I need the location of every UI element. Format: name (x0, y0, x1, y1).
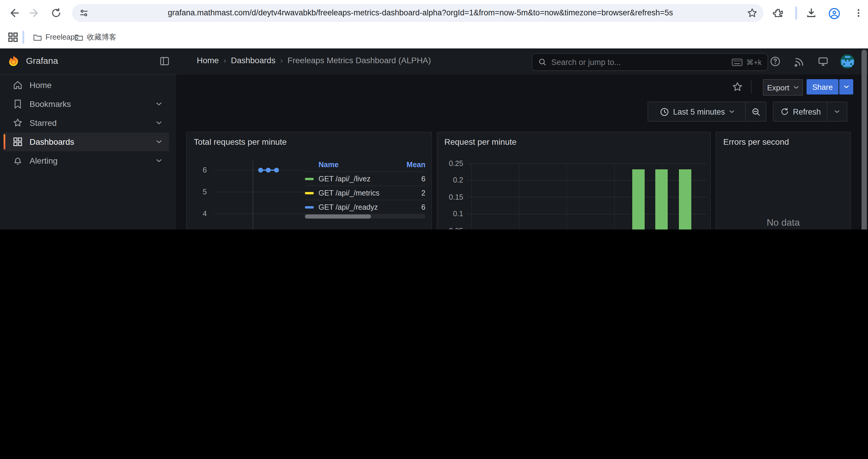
active-accent-bar (4, 134, 5, 150)
search-icon (538, 58, 547, 66)
legend-table: NameMeanGET /api/_/livez6GET /api/_/metr… (305, 158, 426, 215)
sidebar-item-home[interactable]: Home (4, 76, 169, 95)
user-avatar[interactable] (840, 54, 855, 68)
sidebar-collapse-icon[interactable] (159, 56, 169, 66)
bookmark-label: Freeleaps (45, 33, 78, 41)
bookmark-icon (13, 99, 23, 109)
help-icon[interactable] (770, 56, 780, 67)
url-bar[interactable]: grafana.mathmast.com/d/deytv4rwavabkb/fr… (72, 4, 764, 22)
sidebar-item-bookmarks[interactable]: Bookmarks (4, 95, 169, 113)
bar[interactable] (655, 169, 668, 230)
legend-scrollbar-thumb[interactable] (305, 215, 371, 219)
sidebar-nav: HomeBookmarksStarredDashboardsAlerting (0, 74, 176, 174)
favorite-star-icon[interactable] (732, 81, 743, 92)
legend-header-value[interactable]: Mean (402, 161, 426, 169)
panel-request-per-minute[interactable]: Request per minute 0.250.20.150.10.05017… (437, 132, 711, 230)
y-axis-tick: 0.1 (440, 210, 463, 218)
sidebar-item-label: Starred (30, 118, 156, 128)
panel-errors-per-second[interactable]: Errors per second No data (716, 132, 851, 230)
series-name: GET /api/_/readyz (318, 203, 402, 211)
sidebar-header: Grafana (0, 48, 176, 75)
sidebar-item-alerting[interactable]: Alerting (4, 151, 169, 170)
star-icon (13, 118, 23, 128)
share-button[interactable]: Share (807, 79, 838, 95)
refresh-button[interactable]: Refresh (773, 102, 829, 122)
series-color-pill (305, 192, 314, 194)
share-dropdown-button[interactable] (839, 79, 853, 95)
legend-header-row: NameMean (305, 158, 426, 172)
bookmark-label: 收藏博客 (87, 32, 116, 42)
panel-total-requests-per-minute[interactable]: Total requests per minute 6543217:40Name… (186, 132, 432, 230)
y-axis-tick: 0.2 (440, 176, 463, 185)
extensions-icon[interactable] (773, 8, 783, 18)
home-icon (13, 80, 23, 90)
sidebar-item-label: Home (30, 80, 169, 90)
series-color-pill (305, 206, 314, 208)
y-axis-tick: 0.25 (440, 160, 463, 168)
chevron-down-icon (156, 159, 162, 162)
chevron-down-icon (156, 140, 162, 143)
profile-icon[interactable] (829, 8, 839, 18)
bookmarks-bar: Freeleaps 收藏博客 (0, 26, 868, 49)
zoom-out-button[interactable] (745, 102, 766, 122)
user-avatar-pixel-art (840, 54, 855, 68)
series-value: 2 (402, 189, 426, 197)
rss-icon[interactable] (794, 56, 805, 67)
legend-row[interactable]: GET /api/_/readyz6 (305, 200, 426, 215)
clock-icon (660, 107, 669, 116)
breadcrumb-separator: › (280, 56, 283, 65)
refresh-interval-dropdown[interactable] (827, 102, 847, 122)
reload-icon[interactable] (51, 8, 61, 18)
bookmark-star-icon[interactable] (747, 8, 757, 18)
chevron-down-icon (156, 121, 162, 125)
breadcrumb-separator: › (224, 56, 226, 65)
breadcrumb-current: Freeleaps Metrics Dashboard (ALPHA) (287, 56, 431, 65)
series-color-pill (305, 177, 314, 180)
export-button[interactable]: Export (763, 79, 803, 96)
breadcrumb-home[interactable]: Home (197, 56, 219, 65)
apps-icon (13, 137, 23, 146)
monitor-icon[interactable] (818, 56, 829, 67)
y-axis-tick: 5 (191, 188, 207, 196)
sidebar-item-starred[interactable]: Starred (4, 113, 169, 132)
bar[interactable] (632, 169, 645, 230)
legend-header-name[interactable]: Name (318, 161, 402, 169)
bookmark-folder-freeleaps[interactable]: Freeleaps (33, 31, 78, 44)
y-axis-tick: 0.15 (440, 193, 463, 201)
search-shortcut: ⌘+k (746, 58, 762, 66)
bookmarks-divider (23, 31, 24, 44)
url-text[interactable]: grafana.mathmast.com/d/deytv4rwavabkb/fr… (168, 4, 673, 22)
bell-icon (13, 156, 23, 165)
time-range-picker[interactable]: Last 5 minutes (648, 102, 747, 122)
tune-icon[interactable] (79, 8, 89, 18)
series-value: 6 (402, 174, 426, 183)
series-name: GET /api/_/livez (318, 174, 402, 183)
breadcrumb-dashboards[interactable]: Dashboards (231, 56, 275, 65)
chart-canvas (437, 132, 710, 230)
brand-title: Grafana (26, 56, 58, 66)
dashboard: Export Share Last 5 minutes Refresh Tota… (176, 74, 868, 230)
chevron-down-icon (844, 85, 849, 89)
legend-row[interactable]: GET /api/_/livez6 (305, 172, 426, 186)
search-input[interactable]: Search or jump to... ⌘+k (532, 53, 768, 71)
bookmark-folder-blogs[interactable]: 收藏博客 (74, 31, 116, 44)
search-placeholder: Search or jump to... (551, 58, 732, 66)
sidebar-item-dashboards[interactable]: Dashboards (4, 132, 169, 151)
no-data-message: No data (716, 218, 850, 228)
menu-kebab-icon[interactable] (853, 8, 864, 18)
refresh-icon (780, 107, 789, 116)
page-scrollbar[interactable] (862, 50, 867, 230)
legend-row[interactable]: GET /api/_/metrics2 (305, 186, 426, 200)
grafana-logo[interactable] (7, 55, 20, 68)
breadcrumb: Home › Dashboards › Freeleaps Metrics Da… (197, 56, 431, 65)
y-axis-tick: 6 (191, 166, 207, 174)
screen: grafana.mathmast.com/d/deytv4rwavabkb/fr… (0, 0, 868, 230)
keyboard-icon (732, 58, 743, 66)
series-name: GET /api/_/metrics (318, 189, 402, 197)
forward-icon[interactable] (30, 8, 40, 18)
chevron-down-icon (729, 110, 735, 113)
bar[interactable] (679, 169, 691, 230)
back-icon[interactable] (8, 8, 19, 18)
apps-grid-icon[interactable] (8, 32, 18, 42)
download-icon[interactable] (806, 8, 816, 18)
